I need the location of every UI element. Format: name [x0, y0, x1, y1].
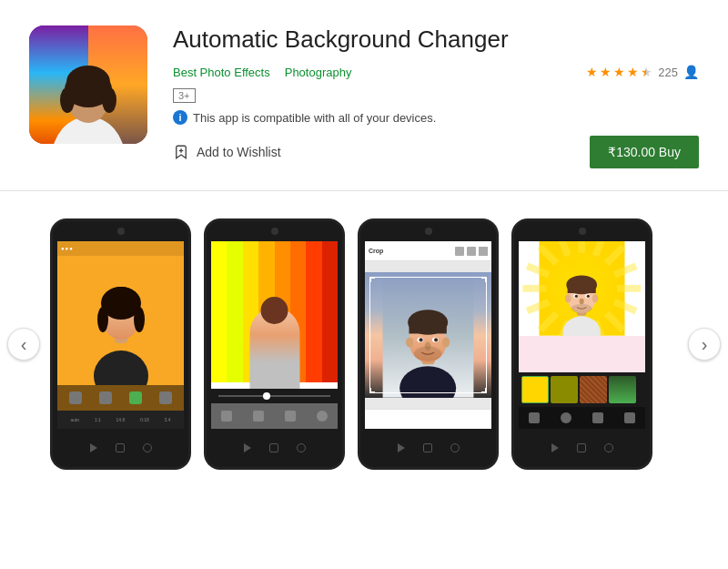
recents-button-4	[604, 443, 613, 452]
back-button-1	[90, 443, 97, 452]
screen1-content: ●●●	[57, 241, 184, 429]
person-icon: 👤	[683, 65, 699, 79]
stripe-2	[227, 241, 242, 382]
slider-track-2	[218, 395, 330, 397]
recents-button-3	[450, 443, 460, 452]
info-icon: i	[173, 110, 187, 125]
phone-camera-4	[579, 228, 586, 235]
phone-bottom-bar-2	[207, 429, 342, 467]
slider-label-1: auto	[70, 417, 79, 422]
crop-corner-bl	[369, 388, 375, 393]
stripe-1	[211, 241, 227, 382]
nav-arrow-left[interactable]: ‹	[7, 328, 40, 361]
screenshot-2	[204, 218, 345, 470]
rating-count: 225	[658, 66, 678, 79]
phone-camera-3	[425, 228, 432, 235]
svg-point-21	[103, 287, 139, 316]
svg-rect-57	[568, 285, 596, 293]
screen4-toolbar	[519, 407, 645, 429]
person-svg-1	[80, 258, 162, 385]
status-indicators: ●●●	[61, 246, 74, 251]
star-1: ★	[586, 65, 598, 79]
thumb-3	[580, 376, 607, 403]
toolbar-icon-1	[69, 391, 82, 404]
svg-point-20	[134, 307, 145, 332]
buy-button[interactable]: ₹130.00 Buy	[590, 136, 699, 168]
phone-screen-4	[519, 241, 645, 429]
svg-point-11	[60, 87, 75, 113]
top-section: Automatic Background Changer Best Photo …	[0, 0, 728, 191]
thumb-2	[551, 376, 578, 403]
screen2-toolbar	[211, 403, 338, 429]
s3-icon-3	[479, 247, 488, 256]
stripe-8	[322, 241, 338, 382]
home-button-3	[423, 443, 432, 452]
sunburst-area	[519, 241, 645, 336]
svg-point-19	[97, 307, 108, 332]
screen2-slider	[211, 389, 338, 403]
recents-button-2	[297, 443, 306, 452]
star-2: ★	[600, 65, 612, 79]
phone-screen-1: ●●●	[57, 241, 184, 429]
svg-point-12	[102, 87, 116, 113]
crop-corner-tl	[369, 277, 375, 282]
phone-top-bar-2	[207, 221, 342, 241]
action-row: Add to Wishlist ₹130.00 Buy	[173, 136, 699, 168]
back-button-2	[244, 443, 251, 452]
screen2-person	[249, 308, 299, 399]
screen3-content: Crop	[365, 241, 491, 429]
phone-screen-3: Crop	[365, 241, 491, 429]
chevron-right-icon: ›	[702, 334, 708, 355]
phone-bottom-bar-1	[53, 429, 188, 467]
thumb-4	[609, 376, 636, 403]
screen3-icons	[455, 247, 488, 256]
sunburst-svg	[519, 241, 645, 336]
svg-point-59	[592, 295, 598, 303]
screen3-header: Crop	[365, 241, 491, 261]
app-title: Automatic Background Changer	[173, 25, 699, 54]
portrait-photo	[365, 272, 491, 398]
wishlist-icon	[173, 144, 189, 160]
screenshot-1: ●●●	[50, 218, 191, 470]
thumb-1	[521, 376, 549, 403]
phone-top-bar-1	[53, 221, 188, 241]
age-badge-wrapper: 3+	[173, 86, 699, 103]
toolbar-icon-4	[159, 391, 172, 404]
s2-toolbar-4	[317, 411, 328, 422]
app-icon	[29, 25, 147, 144]
screen4-content	[519, 241, 645, 429]
thumbnail-strip	[519, 372, 645, 407]
s3-icon-1	[455, 247, 464, 256]
screen1-toolbar	[57, 385, 184, 411]
category-photography[interactable]: Photography	[285, 66, 352, 79]
back-button-3	[398, 443, 405, 452]
phone-bottom-bar-3	[360, 429, 496, 467]
s4-toolbar-1	[529, 412, 540, 423]
svg-point-64	[580, 299, 584, 304]
slider-label-5: 3.4	[165, 417, 171, 422]
chevron-left-icon: ‹	[21, 334, 27, 355]
add-to-wishlist-button[interactable]: Add to Wishlist	[173, 144, 281, 160]
s2-toolbar-1	[221, 411, 232, 422]
screenshots-nav: ‹ ●●●	[0, 209, 728, 479]
crop-border	[369, 277, 487, 393]
app-categories: Best Photo Effects Photography	[173, 66, 351, 79]
s4-toolbar-3	[592, 412, 603, 423]
slider-label-2: 1:1	[95, 417, 101, 422]
screen1-person	[57, 256, 184, 385]
category-best-photo[interactable]: Best Photo Effects	[173, 66, 270, 79]
slider-label-3: 14.8	[116, 417, 126, 422]
screen1-slider: auto 1:1 14.8 0:18 3.4	[57, 411, 184, 429]
nav-arrow-right[interactable]: ›	[688, 328, 721, 361]
screen2-content	[211, 241, 338, 429]
svg-point-65	[571, 304, 592, 313]
phone-top-bar-4	[514, 221, 650, 241]
s2-toolbar-3	[285, 411, 296, 422]
star-half: ★	[641, 65, 652, 79]
slider-label-4: 0:18	[140, 417, 149, 422]
s2-toolbar-2	[253, 411, 264, 422]
phone-camera-2	[271, 228, 278, 235]
rating-section: ★ ★ ★ ★ ★ 225 👤	[586, 65, 699, 79]
recents-button-1	[143, 443, 152, 452]
back-button-4	[551, 443, 559, 452]
